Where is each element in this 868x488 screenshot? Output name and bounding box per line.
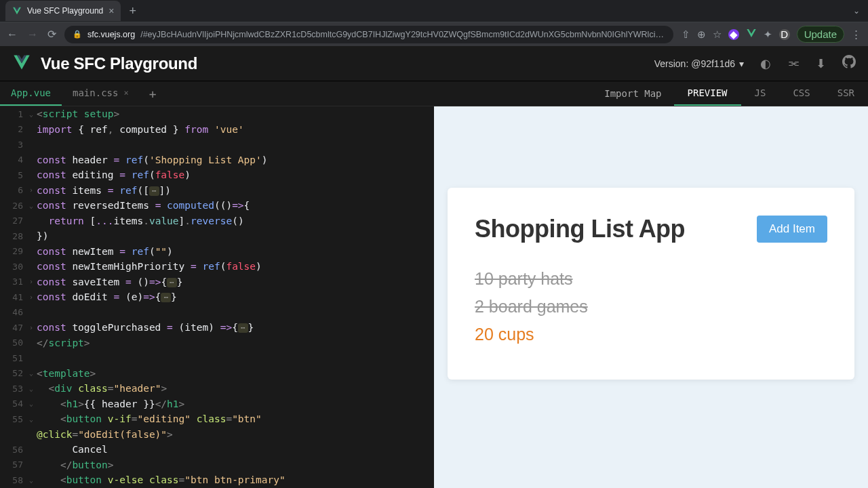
address-bar: ← → ⟳ 🔒 sfc.vuejs.org/#eyJBcHAudnVlIjoiP… [0, 22, 868, 46]
add-file-button[interactable]: + [140, 81, 166, 106]
app-header: Vue SFC Playground Version: @92f11d6▾ ◐ … [0, 46, 868, 81]
tab-preview[interactable]: PREVIEW [674, 81, 741, 106]
tab-ssr[interactable]: SSR [824, 81, 868, 106]
url-path: /#eyJBcHAudnVlIjoiPHNjcmlwdCBzZXR1cD5cbm… [140, 30, 665, 39]
vue-favicon [12, 6, 22, 16]
file-tab-app[interactable]: App.vue [0, 81, 62, 106]
theme-toggle-icon[interactable]: ◐ [760, 56, 771, 71]
back-icon[interactable]: ← [7, 28, 18, 41]
list-item[interactable]: 10 party hats [475, 269, 827, 289]
list-item[interactable]: 20 cups [475, 325, 827, 344]
browser-tab-bar: Vue SFC Playground × + ⌄ [0, 0, 868, 22]
main-split: 1⌄<script setup> 2import { ref, computed… [0, 106, 868, 488]
download-icon[interactable]: ⬇ [816, 56, 826, 71]
url-input[interactable]: 🔒 sfc.vuejs.org/#eyJBcHAudnVlIjoiPHNjcml… [64, 26, 673, 43]
share-icon[interactable]: ⇧ [682, 28, 690, 41]
extensions-icon[interactable]: ✦ [764, 28, 772, 41]
import-map-button[interactable]: Import Map [592, 81, 673, 106]
new-tab-button[interactable]: + [121, 4, 144, 18]
file-tab-css[interactable]: main.css× [62, 81, 140, 106]
preview-card: Shopping List App Add Item 10 party hats… [448, 188, 854, 380]
extension-icon[interactable]: ◆ [728, 29, 739, 40]
install-icon[interactable]: ⊕ [697, 28, 706, 41]
browser-menu-icon[interactable]: ⋮ [851, 28, 861, 41]
update-button[interactable]: Update [797, 26, 844, 43]
browser-tab[interactable]: Vue SFC Playground × [5, 1, 121, 21]
browser-chrome: Vue SFC Playground × + ⌄ ← → ⟳ 🔒 sfc.vue… [0, 0, 868, 46]
code-editor[interactable]: 1⌄<script setup> 2import { ref, computed… [0, 106, 434, 488]
close-file-icon[interactable]: × [123, 88, 128, 98]
version-selector[interactable]: Version: @92f11d6▾ [654, 58, 744, 69]
preview-pane: Shopping List App Add Item 10 party hats… [434, 106, 868, 488]
tab-css[interactable]: CSS [779, 81, 823, 106]
share-link-icon[interactable]: ⫘ [787, 56, 800, 70]
list-item[interactable]: 2 board games [475, 297, 827, 317]
item-list: 10 party hats2 board games20 cups [475, 269, 827, 344]
vue-logo-icon [12, 53, 31, 75]
add-item-button[interactable]: Add Item [757, 216, 827, 243]
github-icon[interactable] [842, 55, 856, 72]
chevron-down-icon: ▾ [739, 58, 744, 69]
bookmark-icon[interactable]: ☆ [713, 28, 722, 41]
lock-icon: 🔒 [73, 30, 82, 39]
close-tab-icon[interactable]: × [108, 5, 114, 16]
url-host: sfc.vuejs.org [87, 30, 135, 39]
forward-icon: → [27, 28, 38, 41]
vue-devtools-icon[interactable] [746, 28, 757, 41]
browser-tab-title: Vue SFC Playground [27, 6, 103, 16]
preview-heading: Shopping List App [475, 215, 685, 243]
tab-js[interactable]: JS [741, 81, 780, 106]
profile-avatar[interactable]: D [779, 29, 790, 40]
app-title: Vue SFC Playground [41, 54, 197, 73]
tabs-menu-icon[interactable]: ⌄ [853, 6, 860, 16]
tabs-row: App.vue main.css× + Import Map PREVIEW J… [0, 81, 868, 106]
reload-icon[interactable]: ⟳ [47, 28, 56, 41]
